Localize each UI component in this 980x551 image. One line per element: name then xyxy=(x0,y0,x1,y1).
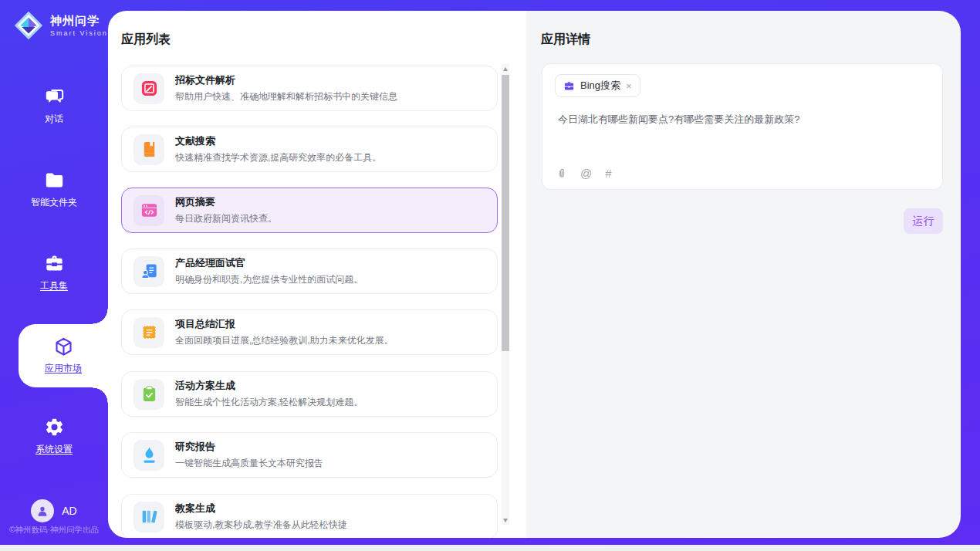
app-list-item-6[interactable]: 研究报告一键智能生成高质量长文本研究报告 xyxy=(121,432,498,478)
app-detail-panel: 应用详情 Bing搜索 × 今日湖北有哪些新闻要点?有哪些需要关注的最新政策? … xyxy=(526,11,961,538)
summary-note-icon xyxy=(133,317,164,348)
app-item-text: 活动方案生成智能生成个性化活动方案,轻松解决规划难题。 xyxy=(175,379,363,409)
sidebar: 神州问学 Smart Vision 对话智能文件夹工具集应用市场系统设置 AD … xyxy=(0,0,108,545)
app-list-scrollbar[interactable] xyxy=(502,64,509,525)
user-name: AD xyxy=(62,505,76,517)
app-item-text: 教案生成模板驱动,教案秒成,教学准备从此轻松快捷 xyxy=(175,502,347,532)
cube-icon xyxy=(53,336,74,357)
folder-icon xyxy=(44,170,65,191)
brand-logo: 神州问学 Smart Vision xyxy=(12,9,108,42)
prompt-card: Bing搜索 × 今日湖北有哪些新闻要点?有哪些需要关注的最新政策? @# xyxy=(542,63,943,190)
sidebar-item-label: 智能文件夹 xyxy=(31,196,77,209)
sidebar-item-4[interactable]: 系统设置 xyxy=(0,417,108,456)
gear-icon xyxy=(44,417,65,438)
app-list-item-2[interactable]: 网页摘要每日政府新闻资讯快查。 xyxy=(121,188,498,233)
app-item-text: 网页摘要每日政府新闻资讯快查。 xyxy=(175,195,277,225)
scroll-down-icon[interactable] xyxy=(502,516,509,525)
lesson-books-icon xyxy=(133,502,164,532)
app-item-description: 每日政府新闻资讯快查。 xyxy=(175,212,277,225)
sidebar-item-3[interactable]: 应用市场 xyxy=(19,324,108,387)
sidebar-item-label: 对话 xyxy=(45,113,63,126)
app-list-title: 应用列表 xyxy=(121,32,171,48)
app-list-item-5[interactable]: 活动方案生成智能生成个性化活动方案,轻松解决规划难题。 xyxy=(121,371,498,417)
brand-name: 神州问学 xyxy=(50,14,108,29)
app-item-description: 模板驱动,教案秒成,教学准备从此轻松快捷 xyxy=(175,519,347,532)
briefcase-icon xyxy=(563,80,575,92)
app-item-description: 智能生成个性化活动方案,轻松解决规划难题。 xyxy=(175,396,363,409)
app-item-description: 明确身份和职责,为您提供专业性的面试问题。 xyxy=(175,273,363,286)
prompt-input[interactable]: 今日湖北有哪些新闻要点?有哪些需要关注的最新政策? xyxy=(558,113,928,127)
copyright-footer: ©神州数码·神州问学出品 xyxy=(0,525,108,536)
scroll-up-icon[interactable] xyxy=(502,64,509,73)
app-item-description: 一键智能生成高质量长文本研究报告 xyxy=(175,457,323,470)
diamond-logo-icon xyxy=(12,9,45,42)
app-list-panel: 应用列表 招标文件解析帮助用户快速、准确地理解和解析招标书中的关键信息文献搜索快… xyxy=(108,11,526,538)
interviewer-icon xyxy=(133,256,164,287)
sidebar-item-1[interactable]: 智能文件夹 xyxy=(0,170,108,209)
sidebar-item-label: 系统设置 xyxy=(35,443,73,456)
app-frame: 神州问学 Smart Vision 对话智能文件夹工具集应用市场系统设置 AD … xyxy=(0,0,980,545)
research-report-icon xyxy=(133,440,164,471)
app-item-text: 研究报告一键智能生成高质量长文本研究报告 xyxy=(175,440,323,470)
app-item-title: 项目总结汇报 xyxy=(175,317,394,331)
app-list-item-3[interactable]: 产品经理面试官明确身份和职责,为您提供专业性的面试问题。 xyxy=(121,248,498,294)
active-curve-top xyxy=(93,309,108,324)
app-item-text: 产品经理面试官明确身份和职责,为您提供专业性的面试问题。 xyxy=(175,256,363,286)
app-detail-title: 应用详情 xyxy=(541,32,590,48)
close-icon[interactable]: × xyxy=(626,81,632,91)
mention-icon[interactable]: @ xyxy=(580,167,592,180)
chat-icon xyxy=(44,86,65,107)
app-list-item-7[interactable]: 教案生成模板驱动,教案秒成,教学准备从此轻松快捷 xyxy=(121,494,498,538)
toolbox-icon xyxy=(44,253,65,274)
hash-icon[interactable]: # xyxy=(605,167,611,180)
input-toolbar: @# xyxy=(556,167,612,180)
sidebar-item-label: 应用市场 xyxy=(45,362,82,375)
user-account[interactable]: AD xyxy=(0,499,108,522)
app-item-description: 帮助用户快速、准确地理解和解析招标书中的关键信息 xyxy=(175,90,397,103)
app-item-description: 快速精准查找学术资源,提高研究效率的必备工具。 xyxy=(175,151,381,164)
brand-subtitle: Smart Vision xyxy=(50,29,108,37)
app-item-title: 招标文件解析 xyxy=(175,73,397,87)
attachment-icon[interactable] xyxy=(556,167,567,180)
person-icon xyxy=(35,504,49,518)
sidebar-item-2[interactable]: 工具集 xyxy=(0,253,108,292)
active-curve-bottom xyxy=(93,387,108,403)
app-item-description: 全面回顾项目进展,总结经验教训,助力未来优化发展。 xyxy=(175,334,394,347)
run-button[interactable]: 运行 xyxy=(904,208,943,234)
app-list-item-1[interactable]: 文献搜索快速精准查找学术资源,提高研究效率的必备工具。 xyxy=(121,127,498,172)
app-item-title: 产品经理面试官 xyxy=(175,256,363,270)
bid-document-icon xyxy=(133,73,164,104)
app-item-title: 网页摘要 xyxy=(175,195,277,209)
bing-search-tag[interactable]: Bing搜索 × xyxy=(555,74,640,97)
app-item-text: 招标文件解析帮助用户快速、准确地理解和解析招标书中的关键信息 xyxy=(175,73,397,103)
avatar xyxy=(31,499,54,522)
activity-clipboard-icon xyxy=(133,379,164,410)
app-item-title: 活动方案生成 xyxy=(175,379,363,393)
app-item-text: 项目总结汇报全面回顾项目进展,总结经验教训,助力未来优化发展。 xyxy=(175,317,394,347)
tag-label: Bing搜索 xyxy=(580,79,620,93)
sidebar-item-label: 工具集 xyxy=(40,279,68,292)
sidebar-item-0[interactable]: 对话 xyxy=(0,86,108,126)
webpage-code-icon xyxy=(133,195,164,226)
app-list-item-0[interactable]: 招标文件解析帮助用户快速、准确地理解和解析招标书中的关键信息 xyxy=(121,66,498,111)
scrollbar-thumb[interactable] xyxy=(502,75,509,351)
app-item-title: 文献搜索 xyxy=(175,134,381,148)
literature-book-icon xyxy=(133,134,164,165)
app-item-title: 教案生成 xyxy=(175,502,347,516)
app-item-text: 文献搜索快速精准查找学术资源,提高研究效率的必备工具。 xyxy=(175,134,381,164)
app-list-item-4[interactable]: 项目总结汇报全面回顾项目进展,总结经验教训,助力未来优化发展。 xyxy=(121,309,498,355)
app-item-title: 研究报告 xyxy=(175,440,323,454)
